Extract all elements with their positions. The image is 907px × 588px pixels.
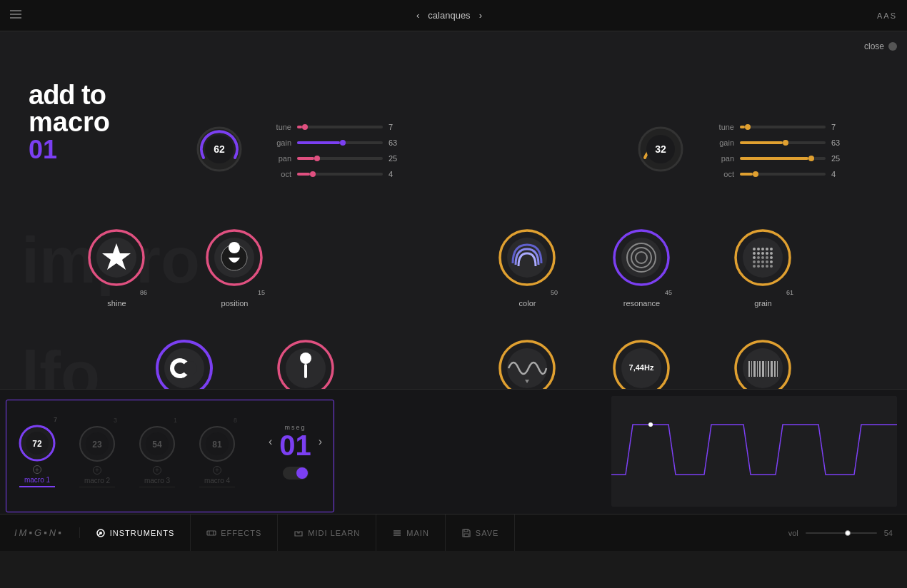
mseg-toggle[interactable] [283, 467, 309, 480]
knob-shine[interactable]: 86 shine [75, 220, 159, 315]
next-preset-button[interactable]: › [479, 10, 482, 21]
svg-text:62: 62 [214, 143, 225, 155]
knob-position-value: 15 [258, 289, 265, 296]
macro-4-label: macro 4 [204, 477, 230, 485]
svg-point-28 [766, 248, 768, 250]
macro-3-item[interactable]: 1 54 + macro 3 [127, 417, 187, 487]
svg-point-46 [757, 265, 760, 268]
svg-line-94 [98, 534, 100, 536]
instruments-icon [96, 528, 106, 538]
svg-point-43 [766, 260, 768, 263]
waveform-display [611, 396, 897, 507]
title-line1: add to [29, 81, 110, 108]
svg-rect-95 [207, 531, 216, 535]
nav-midi[interactable]: MIDI LEARN [278, 514, 376, 551]
knob-color[interactable]: 50 color [486, 220, 569, 315]
svg-rect-58 [304, 364, 307, 378]
title-line2: macro [29, 108, 110, 136]
macro-2-add[interactable]: + [93, 466, 101, 475]
title-area: add to macro 01 [29, 81, 110, 164]
svg-rect-67 [748, 361, 750, 377]
macro-3-label: macro 3 [144, 477, 170, 485]
slider-oct-left[interactable]: oct 4 [271, 170, 403, 178]
macro-1-item[interactable]: 7 72 + macro 1 [7, 416, 67, 487]
nav-effects[interactable]: EFFECTS [191, 514, 278, 551]
svg-point-34 [770, 252, 773, 255]
svg-rect-72 [762, 361, 764, 377]
svg-point-30 [753, 252, 756, 255]
macro-4-add[interactable]: + [213, 466, 221, 475]
svg-rect-75 [771, 361, 773, 377]
mseg-section: ‹ mseg 01 › [254, 424, 336, 480]
macro-3-add[interactable]: + [153, 466, 161, 475]
macro-1-add[interactable]: + [33, 465, 41, 474]
nav-instruments[interactable]: INSTRUMENTS [80, 514, 191, 551]
nav-main[interactable]: MAIN [376, 514, 446, 551]
vol-value: 54 [884, 529, 893, 537]
vol-label: vol [788, 529, 798, 537]
left-sliders: tune 7 gain 63 pan 25 oct [271, 123, 403, 186]
knob-position[interactable]: 15 position [193, 220, 276, 315]
nav-save-label: SAVE [476, 529, 499, 537]
title-line3: 01 [29, 136, 110, 164]
macro-2-item[interactable]: 3 23 + macro 2 [67, 417, 127, 487]
svg-text:54: 54 [152, 440, 162, 450]
right-sliders: tune 7 gain 63 pan 25 oct [714, 123, 846, 186]
svg-point-47 [761, 265, 764, 268]
svg-point-15 [229, 242, 240, 253]
svg-point-38 [766, 256, 768, 259]
svg-rect-71 [759, 361, 761, 377]
slider-oct-right[interactable]: oct 4 [714, 170, 846, 178]
svg-point-35 [753, 256, 756, 259]
close-button[interactable]: close [864, 41, 897, 51]
vol-thumb [845, 530, 851, 536]
knob-color-label: color [519, 299, 536, 308]
slider-tune-right[interactable]: tune 7 [714, 123, 846, 131]
knob-shine-label: shine [107, 299, 126, 308]
mseg-prev[interactable]: ‹ [269, 435, 272, 448]
knob-shine-value: 86 [140, 289, 147, 296]
svg-point-32 [761, 252, 764, 255]
mseg-nav-row: ‹ mseg 01 › [269, 424, 322, 460]
nav-save[interactable]: SAVE [446, 514, 516, 551]
svg-point-26 [757, 248, 760, 250]
svg-rect-90 [611, 396, 897, 507]
knob-grain[interactable]: 61 grain [721, 220, 805, 315]
right-dial[interactable]: 32 [636, 124, 686, 177]
top-bar-menu-icon[interactable] [10, 10, 21, 21]
svg-point-27 [761, 248, 764, 250]
svg-point-31 [757, 252, 760, 255]
slider-gain-left[interactable]: gain 63 [271, 138, 403, 147]
svg-rect-2 [10, 17, 21, 19]
preset-name: calanques [428, 10, 470, 21]
svg-point-33 [766, 252, 768, 255]
nav-effects-label: EFFECTS [221, 529, 261, 537]
slider-pan-right[interactable]: pan 25 [714, 154, 846, 163]
slider-pan-left[interactable]: pan 25 [271, 154, 403, 163]
prev-preset-button[interactable]: ‹ [416, 10, 419, 21]
main-content: impro lfo close add to macro 01 62 tune … [0, 31, 907, 551]
svg-point-42 [761, 260, 764, 263]
vol-slider[interactable] [806, 532, 877, 534]
macro-1-number: 7 [54, 416, 57, 423]
knob-resonance[interactable]: 45 resonance [600, 220, 683, 315]
mseg-number: 01 [279, 431, 311, 460]
vol-section: vol 54 [788, 529, 893, 537]
macro-1-underline [19, 486, 55, 487]
svg-rect-73 [766, 361, 766, 377]
svg-rect-77 [777, 361, 778, 377]
mseg-toggle-thumb [296, 467, 308, 479]
svg-point-41 [757, 260, 760, 263]
slider-tune-left[interactable]: tune 7 [271, 123, 403, 131]
svg-text:23: 23 [92, 440, 102, 450]
svg-point-25 [753, 248, 756, 250]
slider-gain-right[interactable]: gain 63 [714, 138, 846, 147]
svg-rect-68 [751, 361, 752, 377]
mseg-next[interactable]: › [319, 435, 322, 448]
svg-rect-70 [757, 361, 758, 377]
save-icon [461, 528, 471, 538]
svg-rect-102 [464, 529, 468, 532]
macro-3-number: 1 [174, 417, 177, 424]
left-dial[interactable]: 62 [194, 124, 244, 177]
macro-4-item[interactable]: 8 81 + macro 4 [187, 417, 247, 487]
